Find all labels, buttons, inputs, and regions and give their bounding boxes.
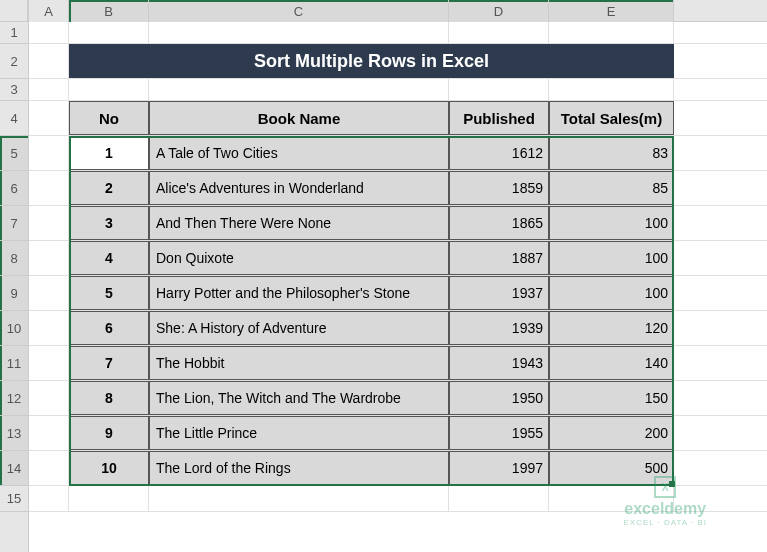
cell-no[interactable]: 4 xyxy=(69,241,149,275)
cell-book-name[interactable]: Harry Potter and the Philosopher's Stone xyxy=(149,276,449,310)
cell-no[interactable]: 5 xyxy=(69,276,149,310)
col-header[interactable]: A xyxy=(29,0,69,22)
cell-sales[interactable]: 100 xyxy=(549,241,674,275)
cell[interactable] xyxy=(29,79,69,100)
cell[interactable] xyxy=(29,346,69,380)
cell-book-name[interactable]: She: A History of Adventure xyxy=(149,311,449,345)
cell-published[interactable]: 1887 xyxy=(449,241,549,275)
cell[interactable] xyxy=(449,486,549,511)
row-header[interactable]: 14 xyxy=(0,451,28,486)
cell-no[interactable]: 3 xyxy=(69,206,149,240)
row-header[interactable]: 10 xyxy=(0,311,28,346)
row-header[interactable]: 9 xyxy=(0,276,28,311)
cell[interactable] xyxy=(69,486,149,511)
cell-sales[interactable]: 200 xyxy=(549,416,674,450)
select-all-corner[interactable] xyxy=(0,0,28,22)
cell[interactable] xyxy=(29,44,69,78)
cell[interactable] xyxy=(29,241,69,275)
cell-published[interactable]: 1939 xyxy=(449,311,549,345)
row-header[interactable]: 1 xyxy=(0,22,28,44)
cell[interactable] xyxy=(29,416,69,450)
page-title[interactable]: Sort Multiple Rows in Excel xyxy=(69,44,674,78)
col-header[interactable]: D xyxy=(449,0,549,22)
row-header[interactable]: 3 xyxy=(0,79,28,101)
cell[interactable] xyxy=(149,22,449,43)
cell[interactable] xyxy=(29,486,69,511)
cell-no[interactable]: 6 xyxy=(69,311,149,345)
cell[interactable] xyxy=(149,486,449,511)
cell[interactable] xyxy=(149,79,449,100)
cell-book-name[interactable]: The Little Prince xyxy=(149,416,449,450)
row-header[interactable]: 8 xyxy=(0,241,28,276)
row-header[interactable]: 2 xyxy=(0,44,28,79)
cell-published[interactable]: 1859 xyxy=(449,171,549,205)
cell[interactable] xyxy=(449,79,549,100)
col-header[interactable]: E xyxy=(549,0,674,22)
cell-no[interactable]: 1 xyxy=(69,136,149,170)
row-header[interactable]: 4 xyxy=(0,101,28,136)
cell[interactable] xyxy=(549,79,674,100)
col-name-header[interactable]: Book Name xyxy=(149,101,449,135)
cell[interactable] xyxy=(69,22,149,43)
cell-book-name[interactable]: Don Quixote xyxy=(149,241,449,275)
cell-published[interactable]: 1612 xyxy=(449,136,549,170)
cell[interactable] xyxy=(29,101,69,135)
cell-sales[interactable]: 100 xyxy=(549,206,674,240)
cell[interactable] xyxy=(29,276,69,310)
cell-book-name[interactable]: A Tale of Two Cities xyxy=(149,136,449,170)
table-row: 7The Hobbit1943140 xyxy=(29,346,767,381)
row-header[interactable]: 11 xyxy=(0,346,28,381)
cell-no[interactable]: 7 xyxy=(69,346,149,380)
row-header[interactable]: 13 xyxy=(0,416,28,451)
cell-sales[interactable]: 500 xyxy=(549,451,674,485)
cell-no[interactable]: 9 xyxy=(69,416,149,450)
cell[interactable] xyxy=(29,451,69,485)
row-header[interactable]: 5 xyxy=(0,136,28,171)
cell-book-name[interactable]: And Then There Were None xyxy=(149,206,449,240)
cell[interactable] xyxy=(29,22,69,43)
row-header[interactable]: 12 xyxy=(0,381,28,416)
col-header[interactable]: B xyxy=(69,0,149,22)
cell-published[interactable]: 1943 xyxy=(449,346,549,380)
cell-book-name[interactable]: The Lion, The Witch and The Wardrobe xyxy=(149,381,449,415)
cell-sales[interactable]: 140 xyxy=(549,346,674,380)
cell[interactable] xyxy=(29,136,69,170)
cell[interactable] xyxy=(29,206,69,240)
cell-book-name[interactable]: Alice's Adventures in Wonderland xyxy=(149,171,449,205)
cell-sales[interactable]: 100 xyxy=(549,276,674,310)
row-headers: 1 2 3 4 5 6 7 8 9 10 11 12 13 14 15 xyxy=(0,0,29,552)
cell-published[interactable]: 1865 xyxy=(449,206,549,240)
cell[interactable] xyxy=(549,486,674,511)
cell-no[interactable]: 8 xyxy=(69,381,149,415)
cell-sales[interactable]: 150 xyxy=(549,381,674,415)
cell-no[interactable]: 2 xyxy=(69,171,149,205)
cell[interactable] xyxy=(29,381,69,415)
cell-book-name[interactable]: The Hobbit xyxy=(149,346,449,380)
cell[interactable] xyxy=(549,22,674,43)
cell-sales[interactable]: 85 xyxy=(549,171,674,205)
cell-book-name[interactable]: The Lord of the Rings xyxy=(149,451,449,485)
cell-sales[interactable]: 83 xyxy=(549,136,674,170)
table-row xyxy=(29,79,767,101)
cell[interactable] xyxy=(449,22,549,43)
table-row: 2Alice's Adventures in Wonderland185985 xyxy=(29,171,767,206)
watermark-tagline: EXCEL · DATA · BI xyxy=(623,518,707,527)
cell-published[interactable]: 1997 xyxy=(449,451,549,485)
col-published-header[interactable]: Published xyxy=(449,101,549,135)
cell[interactable] xyxy=(29,311,69,345)
col-header[interactable]: C xyxy=(149,0,449,22)
table-row: 8The Lion, The Witch and The Wardrobe195… xyxy=(29,381,767,416)
cell-published[interactable]: 1955 xyxy=(449,416,549,450)
col-no-header[interactable]: No xyxy=(69,101,149,135)
cell[interactable] xyxy=(69,79,149,100)
cell-no[interactable]: 10 xyxy=(69,451,149,485)
row-header[interactable]: 7 xyxy=(0,206,28,241)
cell[interactable] xyxy=(29,171,69,205)
cell-sales[interactable]: 120 xyxy=(549,311,674,345)
col-sales-header[interactable]: Total Sales(m) xyxy=(549,101,674,135)
table-row: 6She: A History of Adventure1939120 xyxy=(29,311,767,346)
row-header[interactable]: 6 xyxy=(0,171,28,206)
cell-published[interactable]: 1937 xyxy=(449,276,549,310)
cell-published[interactable]: 1950 xyxy=(449,381,549,415)
row-header[interactable]: 15 xyxy=(0,486,28,512)
